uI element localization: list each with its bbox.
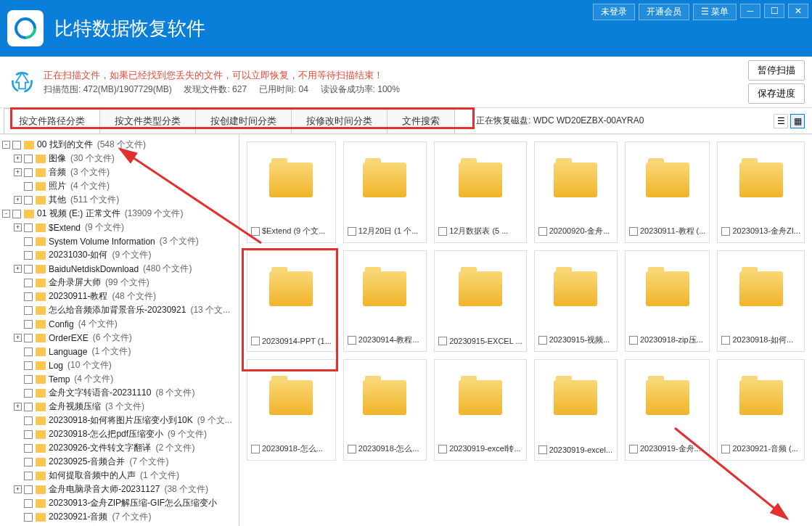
folder-checkbox[interactable] [348,227,356,236]
tree-checkbox[interactable] [24,348,33,356]
folder-item[interactable]: 20230915-EXCEL ... [434,250,527,352]
expander-icon[interactable]: - [2,141,10,149]
view-list-button[interactable]: ☰ [774,114,788,128]
tree-label[interactable]: 金舟电脑录音大师-20231127 [49,483,160,496]
expander-icon[interactable]: + [14,196,22,204]
expander-icon[interactable]: + [14,265,22,273]
tab-by-modify[interactable]: 按修改时间分类 [291,108,387,133]
tree-checkbox[interactable] [24,223,33,232]
tree-label[interactable]: Temp [49,374,70,385]
tree-label[interactable]: OrderEXE [49,333,89,343]
tree-checkbox[interactable] [12,141,21,149]
folder-checkbox[interactable] [629,227,638,236]
tree-checkbox[interactable] [24,472,33,480]
tree-node[interactable]: 20230918-如何将图片压缩变小到10K(9 个文... [2,414,237,427]
tree-node[interactable]: 20230925-音频合并(7 个文件) [2,455,237,469]
folder-item[interactable]: 12月数据表 (5 ... [434,141,527,243]
expander-icon[interactable]: + [14,168,22,176]
tree-node[interactable]: +$Extend(9 个文件) [2,221,237,234]
tree-label[interactable]: 20230925-音频合并 [49,456,125,468]
expander-icon[interactable]: + [14,223,22,231]
folder-checkbox[interactable] [348,336,356,345]
tree-label[interactable]: Config [49,319,74,329]
tree-label[interactable]: Log [49,361,63,371]
folder-item[interactable]: 20230919-excel... [534,359,618,461]
tree-checkbox[interactable] [24,182,33,191]
tree-node[interactable]: +BaiduNetdiskDownload(480 个文件) [2,262,237,276]
tree-label[interactable]: 20230913-金舟ZIP解压缩-GIF怎么压缩变小 [49,497,217,509]
folder-item[interactable]: $Extend (9 个文... [247,141,336,243]
tree-label[interactable]: 00 找到的文件 [37,139,93,151]
tree-checkbox[interactable] [24,320,33,329]
open-vip-button[interactable]: 开通会员 [639,4,689,20]
tree-node[interactable]: 20230921-音频(7 个文件) [2,510,237,524]
tree-label[interactable]: 其他 [49,194,66,206]
folder-checkbox[interactable] [721,336,730,345]
menu-button[interactable]: ☰菜单 [693,4,737,20]
tree-checkbox[interactable] [24,237,33,246]
folder-item[interactable]: 20230918-怎么... [247,359,336,461]
tree-checkbox[interactable] [24,485,33,494]
tree-label[interactable]: 01 视频 (E:) 正常文件 [37,207,120,220]
expander-icon[interactable]: + [14,403,22,411]
maximize-button[interactable]: ☐ [764,4,784,18]
tree-node[interactable]: 20231030-如何(9 个文件) [2,248,237,262]
folder-item[interactable]: 20230915-视频... [534,250,618,352]
folder-checkbox[interactable] [538,445,547,454]
tree-node[interactable]: 20230913-金舟ZIP解压缩-GIF怎么压缩变小 [2,496,237,510]
close-button[interactable]: ✕ [788,4,808,18]
tree-label[interactable]: 音频 [49,166,66,178]
tree-node[interactable]: 金舟录屏大师(99 个文件) [2,276,237,289]
folder-checkbox[interactable] [251,227,260,236]
folder-checkbox[interactable] [721,227,730,236]
folder-item[interactable]: 20230914-教程... [343,250,427,352]
folder-item[interactable]: 20230919-excel转... [434,359,527,461]
pause-scan-button[interactable]: 暂停扫描 [748,60,805,81]
tree-checkbox[interactable] [24,361,33,370]
tree-label[interactable]: $Extend [49,223,81,233]
tree-checkbox[interactable] [24,513,33,522]
tree-label[interactable]: 金舟视频压缩 [49,400,101,413]
tree-label[interactable]: 如何提取音频中的人声 [49,469,136,482]
tree-checkbox[interactable] [24,306,33,315]
folder-item[interactable]: 20230919-金舟... [625,359,710,461]
folder-item[interactable]: 20200920-金舟... [534,141,618,243]
folder-checkbox[interactable] [251,445,260,453]
tree-checkbox[interactable] [24,430,33,439]
tree-label[interactable]: 20230921-音频 [49,511,107,523]
tree-node[interactable]: 20230911-教程(48 个文件) [2,289,237,303]
folder-checkbox[interactable] [438,445,447,453]
folder-checkbox[interactable] [438,337,447,345]
tree-node[interactable]: 20230926-文件转文字翻译(2 个文件) [2,441,237,455]
expander-icon[interactable]: - [2,210,10,218]
tree-node[interactable]: -01 视频 (E:) 正常文件(13909 个文件) [2,207,237,221]
tree-label[interactable]: 图像 [49,152,66,165]
tree-label[interactable]: 照片 [49,180,66,192]
folder-checkbox[interactable] [629,336,638,345]
tree-checkbox[interactable] [24,416,33,425]
tree-label[interactable]: 20230918-如何将图片压缩变小到10K [49,414,193,427]
tree-label[interactable]: Language [49,347,87,357]
tree-checkbox[interactable] [24,155,33,163]
tree-label[interactable]: 20231030-如何 [49,249,107,261]
tree-checkbox[interactable] [12,210,21,218]
folder-item[interactable]: 20230914-PPT (1... [247,250,336,352]
expander-icon[interactable]: + [14,334,22,342]
save-progress-button[interactable]: 保存进度 [748,83,805,104]
tree-label[interactable]: 20230918-怎么把pdf压缩变小 [49,428,163,440]
folder-checkbox[interactable] [538,227,547,236]
minimize-button[interactable]: ─ [740,4,760,18]
tree-node[interactable]: +金舟电脑录音大师-20231127(38 个文件) [2,482,237,496]
tree-checkbox[interactable] [24,389,33,398]
tree-checkbox[interactable] [24,334,33,342]
tree-node[interactable]: Temp(4 个文件) [2,372,237,386]
tree-node[interactable]: +金舟视频压缩(3 个文件) [2,400,237,414]
tree-checkbox[interactable] [24,499,33,508]
tree-label[interactable]: 20230911-教程 [49,290,107,303]
folder-checkbox[interactable] [721,445,730,453]
tree-checkbox[interactable] [24,168,33,177]
tree-label[interactable]: 20230926-文件转文字翻译 [49,442,151,454]
tree-node[interactable]: -00 找到的文件(548 个文件) [2,138,237,152]
tree-checkbox[interactable] [24,444,33,453]
tree-node[interactable]: System Volume Information(3 个文件) [2,234,237,248]
